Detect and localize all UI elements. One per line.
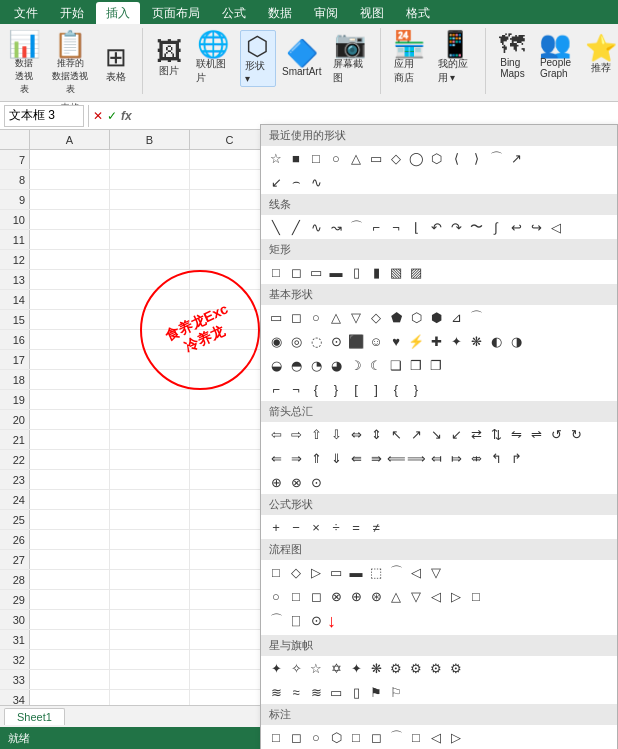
cell[interactable] — [30, 610, 110, 629]
fl11[interactable]: □ — [287, 587, 305, 605]
flag2[interactable]: ≈ — [287, 683, 305, 701]
line-diag[interactable]: ╱ — [287, 218, 305, 236]
cell[interactable] — [190, 590, 270, 609]
fl13[interactable]: ⊗ — [327, 587, 345, 605]
cell[interactable] — [190, 330, 270, 349]
online-picture-button[interactable]: 🌐 联机图片 — [191, 28, 236, 88]
eq4[interactable]: ÷ — [327, 518, 345, 536]
basic6[interactable]: ◇ — [367, 308, 385, 326]
arr26[interactable]: ⤇ — [447, 449, 465, 467]
flag6[interactable]: ⚑ — [367, 683, 385, 701]
confirm-icon[interactable]: ✓ — [107, 109, 117, 123]
cell[interactable] — [190, 510, 270, 529]
fl8[interactable]: ◁ — [407, 563, 425, 581]
fl12[interactable]: ◻ — [307, 587, 325, 605]
basic19[interactable]: ⚡ — [407, 332, 425, 350]
call10[interactable]: ▷ — [447, 728, 465, 746]
arr20[interactable]: ⇓ — [327, 449, 345, 467]
basic10[interactable]: ⊿ — [447, 308, 465, 326]
star2[interactable]: ✧ — [287, 659, 305, 677]
cell[interactable] — [110, 390, 190, 409]
cell[interactable] — [110, 210, 190, 229]
cell[interactable] — [110, 610, 190, 629]
recommend-button[interactable]: ⭐ 推荐 — [580, 32, 618, 78]
arr29[interactable]: ↱ — [507, 449, 525, 467]
call2[interactable]: ◻ — [287, 728, 305, 746]
call5[interactable]: □ — [347, 728, 365, 746]
cell[interactable] — [190, 670, 270, 689]
cell[interactable] — [30, 670, 110, 689]
fl16[interactable]: △ — [387, 587, 405, 605]
cell[interactable] — [30, 210, 110, 229]
basic21[interactable]: ✦ — [447, 332, 465, 350]
cell[interactable] — [110, 290, 190, 309]
cell[interactable] — [110, 310, 190, 329]
cell[interactable] — [190, 470, 270, 489]
line-corner2[interactable]: ¬ — [387, 218, 405, 236]
shape-triangle[interactable]: △ — [347, 149, 365, 167]
arr11[interactable]: ⇄ — [467, 425, 485, 443]
cell[interactable] — [190, 570, 270, 589]
line-wave[interactable]: 〜 — [467, 218, 485, 236]
rect8[interactable]: ▨ — [407, 263, 425, 281]
basic38[interactable]: [ — [347, 380, 365, 398]
formula-input[interactable] — [136, 109, 614, 123]
tab-page-layout[interactable]: 页面布局 — [142, 2, 210, 24]
fl18[interactable]: ◁ — [427, 587, 445, 605]
cell[interactable] — [30, 570, 110, 589]
line-s3[interactable]: ↷ — [447, 218, 465, 236]
basic8[interactable]: ⬡ — [407, 308, 425, 326]
basic28[interactable]: ◕ — [327, 356, 345, 374]
picture-button[interactable]: 🖼 图片 — [151, 35, 187, 81]
basic18[interactable]: ♥ — [387, 332, 405, 350]
cell[interactable] — [190, 210, 270, 229]
fl9[interactable]: ▽ — [427, 563, 445, 581]
fl2[interactable]: ◇ — [287, 563, 305, 581]
cell[interactable] — [190, 410, 270, 429]
arr12[interactable]: ⇅ — [487, 425, 505, 443]
line-integral[interactable]: ∫ — [487, 218, 505, 236]
cell[interactable] — [110, 330, 190, 349]
cell[interactable] — [30, 290, 110, 309]
shape-square2[interactable]: □ — [307, 149, 325, 167]
fx-icon[interactable]: fx — [121, 109, 132, 123]
cell[interactable] — [110, 250, 190, 269]
star10[interactable]: ⚙ — [447, 659, 465, 677]
cell[interactable] — [110, 270, 190, 289]
star1[interactable]: ✦ — [267, 659, 285, 677]
cell[interactable] — [30, 350, 110, 369]
shape-star[interactable]: ☆ — [267, 149, 285, 167]
shape-square1[interactable]: ■ — [287, 149, 305, 167]
basic32[interactable]: ❒ — [407, 356, 425, 374]
basic13[interactable]: ◎ — [287, 332, 305, 350]
cell[interactable] — [30, 310, 110, 329]
flag7[interactable]: ⚐ — [387, 683, 405, 701]
basic35[interactable]: ¬ — [287, 380, 305, 398]
line-straight[interactable]: ╲ — [267, 218, 285, 236]
cell[interactable] — [110, 150, 190, 169]
fl7[interactable]: ⌒ — [387, 563, 405, 581]
shape-arrow-sw[interactable]: ↙ — [267, 173, 285, 191]
recommended-pivot-button[interactable]: 📋 推荐的数据透视表 — [47, 28, 94, 99]
cell[interactable] — [110, 510, 190, 529]
smartart-button[interactable]: 🔷 SmartArt — [280, 37, 324, 80]
cell[interactable] — [190, 450, 270, 469]
cell[interactable] — [190, 610, 270, 629]
arr1[interactable]: ⇦ — [267, 425, 285, 443]
call8[interactable]: □ — [407, 728, 425, 746]
flag1[interactable]: ≋ — [267, 683, 285, 701]
cell[interactable] — [190, 190, 270, 209]
basic11[interactable]: ⌒ — [467, 308, 485, 326]
cell[interactable] — [110, 470, 190, 489]
table-button[interactable]: ⊞ 表格 — [98, 41, 134, 87]
arr3[interactable]: ⇧ — [307, 425, 325, 443]
basic22[interactable]: ❋ — [467, 332, 485, 350]
cell[interactable] — [30, 370, 110, 389]
rect6[interactable]: ▮ — [367, 263, 385, 281]
tab-formula[interactable]: 公式 — [212, 2, 256, 24]
call4[interactable]: ⬡ — [327, 728, 345, 746]
basic25[interactable]: ◒ — [267, 356, 285, 374]
arr21[interactable]: ⇚ — [347, 449, 365, 467]
rect5[interactable]: ▯ — [347, 263, 365, 281]
shape-curve2[interactable]: ∿ — [307, 173, 325, 191]
